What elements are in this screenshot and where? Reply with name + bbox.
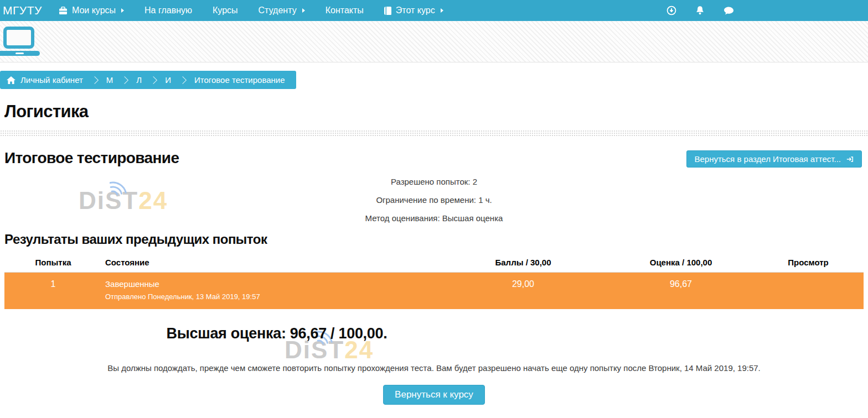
chat-icon[interactable] xyxy=(724,6,734,15)
footer-action-row: Вернуться к курсу xyxy=(0,385,868,405)
grade-summary: Высшая оценка: 96,67 / 100,00. xyxy=(0,325,554,342)
table-header-row: Попытка Состояние Баллы / 30,00 Оценка /… xyxy=(4,253,864,273)
laptop-screen xyxy=(3,27,34,49)
attempt-state: Завершенные xyxy=(105,279,434,289)
book-icon xyxy=(384,7,391,15)
wait-message: Вы должны подождать, прежде чем сможете … xyxy=(0,363,868,373)
attempt-grade-cell: 96,67 xyxy=(609,273,753,310)
attempt-submitted: Отправлено Понедельник, 13 Май 2019, 19:… xyxy=(105,292,434,301)
caret-right-icon xyxy=(302,8,305,13)
nav-item-label: Курсы xyxy=(213,6,238,15)
nav-item-label: Студенту xyxy=(259,6,297,15)
quiz-title: Итоговое тестирование xyxy=(4,149,179,167)
nav-item-this-course[interactable]: Этот курс xyxy=(384,6,443,15)
nav-item-label: Контакты xyxy=(326,6,364,15)
back-to-course-label: Вернуться к курсу xyxy=(395,389,473,400)
column-header-review: Просмотр xyxy=(753,253,864,273)
laptop-notch xyxy=(16,53,24,54)
dist24-watermark: DiST24 xyxy=(79,187,168,215)
home-icon[interactable] xyxy=(7,76,16,84)
nav-menu: Мои курсы На главную Курсы Студенту Конт… xyxy=(59,6,443,15)
back-to-course-button[interactable]: Вернуться к курсу xyxy=(383,385,485,405)
nav-item-contacts[interactable]: Контакты xyxy=(326,6,364,15)
signal-arcs-icon xyxy=(110,175,132,202)
nav-item-label: Мои курсы xyxy=(72,6,116,15)
nav-right-icons xyxy=(666,6,734,15)
column-header-grade: Оценка / 100,00 xyxy=(609,253,753,273)
watermark-accent-text: 24 xyxy=(138,187,168,214)
breadcrumb: Личный кабинет М Л И Итоговое тестирован… xyxy=(0,71,296,89)
nav-item-label: На главную xyxy=(144,6,192,15)
download-circle-icon[interactable] xyxy=(666,6,676,15)
nav-item-student[interactable]: Студенту xyxy=(259,6,305,15)
back-to-section-label: Вернуться в раздел Итоговая аттест... xyxy=(694,154,841,164)
nav-item-courses[interactable]: Курсы xyxy=(213,6,238,15)
chevron-right-icon xyxy=(149,76,157,83)
column-header-marks: Баллы / 30,00 xyxy=(437,253,609,273)
back-to-section-button[interactable]: Вернуться в раздел Итоговая аттест... xyxy=(686,150,862,168)
caret-right-icon xyxy=(121,8,124,13)
laptop-icon xyxy=(0,27,44,58)
breadcrumb-dashboard[interactable]: Личный кабинет xyxy=(20,75,83,85)
site-logo[interactable]: МГУТУ xyxy=(0,4,42,17)
breadcrumb-section[interactable]: И xyxy=(165,75,171,85)
attempt-state-cell: Завершенные Отправлено Понедельник, 13 М… xyxy=(102,273,437,310)
nav-item-label: Этот курс xyxy=(396,6,435,15)
column-header-state: Состояние xyxy=(102,253,437,273)
grading-method-text: Метод оценивания: Высшая оценка xyxy=(0,213,868,223)
dotted-divider xyxy=(0,129,868,137)
quiz-header: Итоговое тестирование Вернуться в раздел… xyxy=(0,149,868,168)
bell-icon[interactable] xyxy=(695,6,705,15)
caret-right-icon xyxy=(441,8,443,13)
attempt-number-cell: 1 xyxy=(4,273,102,310)
nav-item-my-courses[interactable]: Мои курсы xyxy=(59,6,124,15)
sign-in-icon xyxy=(846,155,854,163)
column-header-attempt: Попытка xyxy=(4,253,102,273)
breadcrumb-course[interactable]: Л xyxy=(136,75,142,85)
breadcrumb-category[interactable]: М xyxy=(106,75,113,85)
page-title: Логистика xyxy=(4,102,868,122)
attempt-review-cell xyxy=(753,273,864,310)
nav-item-home[interactable]: На главную xyxy=(144,6,192,15)
chevron-right-icon xyxy=(91,76,99,83)
header-banner xyxy=(0,21,868,62)
top-navigation-bar: МГУТУ Мои курсы На главную Курсы Студент… xyxy=(0,0,868,21)
results-heading: Результаты ваших предыдущих попыток xyxy=(4,232,868,247)
chevron-right-icon xyxy=(121,76,128,83)
chevron-right-icon xyxy=(179,76,187,83)
attempts-table: Попытка Состояние Баллы / 30,00 Оценка /… xyxy=(4,253,864,309)
attempt-marks-cell: 29,00 xyxy=(437,273,609,310)
breadcrumb-current[interactable]: Итоговое тестирование xyxy=(194,75,285,85)
briefcase-icon xyxy=(59,7,68,15)
table-row: 1 Завершенные Отправлено Понедельник, 13… xyxy=(4,273,864,310)
